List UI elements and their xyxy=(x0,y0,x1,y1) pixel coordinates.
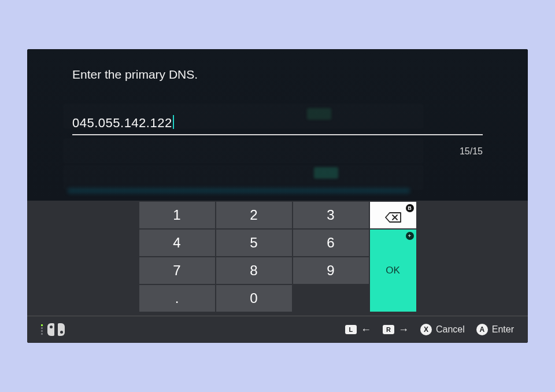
joycon-left-icon xyxy=(47,323,54,336)
prompt-title: Enter the primary DNS. xyxy=(72,68,483,82)
ok-label: OK xyxy=(386,265,400,276)
background-row xyxy=(63,138,424,164)
numeric-keypad: 1 2 3 B 4 5 6 OK + 7 8 9 xyxy=(27,201,528,316)
a-button-icon: A xyxy=(476,324,488,335)
footer-bar: L ← R → X Cancel A Enter xyxy=(27,316,528,343)
backspace-icon xyxy=(385,210,401,220)
input-panel: Enter the primary DNS. 045.055.142.122 1… xyxy=(27,49,528,201)
b-badge: B xyxy=(406,204,414,212)
key-9[interactable]: 9 xyxy=(293,257,369,284)
plus-badge: + xyxy=(406,232,414,240)
backspace-key[interactable]: B xyxy=(370,202,416,228)
arrow-right-icon: → xyxy=(398,324,409,336)
l-button-icon: L xyxy=(345,325,357,334)
hint-r-right: R → xyxy=(383,324,409,336)
key-8[interactable]: 8 xyxy=(216,257,292,284)
key-3[interactable]: 3 xyxy=(293,202,369,228)
background-badge xyxy=(314,167,338,179)
key-0[interactable]: 0 xyxy=(216,285,292,312)
arrow-left-icon: ← xyxy=(361,324,371,336)
enter-hint[interactable]: A Enter xyxy=(476,324,514,335)
x-button-icon: X xyxy=(420,324,432,335)
controller-dock-icon xyxy=(41,323,65,336)
text-cursor xyxy=(173,115,174,129)
key-1[interactable]: 1 xyxy=(139,202,215,228)
key-5[interactable]: 5 xyxy=(216,230,292,256)
background-row xyxy=(63,165,424,190)
char-counter: 15/15 xyxy=(460,146,483,157)
joycon-right-icon xyxy=(58,323,65,336)
hint-l-left: L ← xyxy=(345,324,371,336)
key-empty xyxy=(293,285,369,312)
key-2[interactable]: 2 xyxy=(216,202,292,228)
r-button-icon: R xyxy=(383,325,394,334)
background-highlight xyxy=(68,188,410,194)
screen: Enter the primary DNS. 045.055.142.122 1… xyxy=(27,49,528,343)
key-dot[interactable]: . xyxy=(139,285,215,312)
key-4[interactable]: 4 xyxy=(139,230,215,256)
dns-input[interactable]: 045.055.142.122 xyxy=(72,115,483,135)
enter-label: Enter xyxy=(492,324,514,335)
ok-key[interactable]: OK + xyxy=(370,230,416,312)
cancel-hint[interactable]: X Cancel xyxy=(420,324,465,335)
key-7[interactable]: 7 xyxy=(139,257,215,284)
dns-input-value: 045.055.142.122 xyxy=(72,116,172,130)
key-6[interactable]: 6 xyxy=(293,230,369,256)
cancel-label: Cancel xyxy=(436,324,465,335)
